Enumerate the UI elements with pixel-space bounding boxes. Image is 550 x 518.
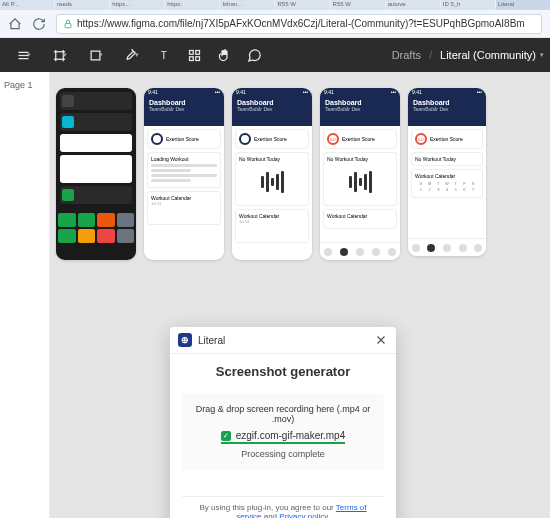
check-icon: ✓ xyxy=(221,431,231,441)
chevron-down-icon: ▾ xyxy=(99,51,103,59)
privacy-link[interactable]: Privacy policy xyxy=(279,512,327,518)
pen-tool-button[interactable]: ▾ xyxy=(114,41,148,69)
canvas-frame[interactable]: 9:41••• DashboardTeamBuildr Dev Exertion… xyxy=(232,88,312,260)
file-dropzone[interactable]: Drag & drop screen recording here (.mp4 … xyxy=(182,393,384,470)
frame-label xyxy=(144,78,224,86)
browser-tab[interactable]: ID 5_h xyxy=(441,0,495,10)
svg-rect-12 xyxy=(189,56,193,60)
plugin-dialog: ⊕ Literal Screenshot generator Drag & dr… xyxy=(170,327,396,518)
browser-tab[interactable]: https... xyxy=(110,0,164,10)
breadcrumb-separator: / xyxy=(429,49,432,61)
chevron-down-icon[interactable]: ▾ xyxy=(540,51,544,59)
frame-label xyxy=(408,78,486,86)
page-label[interactable]: Page 1 xyxy=(4,80,45,90)
browser-tab[interactable]: R55 W xyxy=(275,0,329,10)
frame-label xyxy=(56,78,136,86)
svg-rect-11 xyxy=(195,50,199,54)
plugin-logo-icon: ⊕ xyxy=(178,333,192,347)
left-sidebar: Page 1 xyxy=(0,72,50,518)
address-bar: https://www.figma.com/file/nj7XI5pAFxKOc… xyxy=(0,10,550,38)
url-text: https://www.figma.com/file/nj7XI5pAFxKOc… xyxy=(77,18,525,29)
browser-tab[interactable]: https: xyxy=(165,0,219,10)
lock-icon xyxy=(63,19,73,29)
terms-footer: By using this plug-in, you agree to our … xyxy=(182,496,384,518)
figma-toolbar: ▾ ▾ ▾ ▾ T Drafts / Literal (Community) xyxy=(0,38,550,72)
frame-tool-button[interactable]: ▾ xyxy=(42,41,76,69)
shape-tool-button[interactable]: ▾ xyxy=(78,41,112,69)
breadcrumb: Drafts / Literal (Community) ▾ xyxy=(392,49,544,61)
browser-tab[interactable]: reeds xyxy=(55,0,109,10)
svg-rect-13 xyxy=(195,56,199,60)
canvas-frame[interactable]: 9:41••• DashboardTeamBuildr Dev Exertion… xyxy=(320,88,400,260)
frame-label xyxy=(232,78,312,86)
figma-menu-button[interactable]: ▾ xyxy=(6,41,40,69)
processing-status: Processing complete xyxy=(191,449,375,459)
browser-tab[interactable]: autove xyxy=(386,0,440,10)
figma-canvas[interactable]: 9:41••• DashboardTeamBuildr Dev Exertion… xyxy=(50,72,550,518)
browser-tab[interactable]: R55 W xyxy=(331,0,385,10)
resources-button[interactable] xyxy=(180,41,208,69)
canvas-frame[interactable]: 9:41••• DashboardTeamBuildr Dev Exertion… xyxy=(408,88,486,256)
comment-tool-button[interactable] xyxy=(240,41,268,69)
dialog-title: Screenshot generator xyxy=(182,364,384,379)
chevron-down-icon: ▾ xyxy=(27,51,31,59)
svg-rect-10 xyxy=(189,50,193,54)
refresh-icon[interactable] xyxy=(32,17,46,31)
breadcrumb-file[interactable]: Literal (Community) xyxy=(440,49,536,61)
hand-tool-button[interactable] xyxy=(210,41,238,69)
dropzone-label: Drag & drop screen recording here (.mp4 … xyxy=(191,404,375,424)
canvas-frame[interactable]: 9:41••• DashboardTeamBuildr Dev Exertion… xyxy=(144,88,224,260)
home-icon[interactable] xyxy=(8,17,22,31)
browser-tab[interactable]: Ishan... xyxy=(220,0,274,10)
canvas-frame[interactable] xyxy=(56,88,136,260)
uploaded-filename: ezgif.com-gif-maker.mp4 xyxy=(236,430,345,441)
frame-label xyxy=(320,78,400,86)
breadcrumb-drafts[interactable]: Drafts xyxy=(392,49,421,61)
plugin-name: Literal xyxy=(198,335,225,346)
text-tool-button[interactable]: T xyxy=(150,41,178,69)
svg-text:T: T xyxy=(160,50,166,61)
browser-tab-strip: Alt P... reeds https... https: Ishan... … xyxy=(0,0,550,10)
chevron-down-icon: ▾ xyxy=(63,51,67,59)
svg-rect-0 xyxy=(65,23,71,27)
browser-tab[interactable]: Literal xyxy=(496,0,550,10)
progress-bar xyxy=(221,442,345,444)
chevron-down-icon: ▾ xyxy=(135,51,139,59)
url-field[interactable]: https://www.figma.com/file/nj7XI5pAFxKOc… xyxy=(56,14,542,34)
browser-tab[interactable]: Alt P... xyxy=(0,0,54,10)
close-button[interactable] xyxy=(374,333,388,347)
